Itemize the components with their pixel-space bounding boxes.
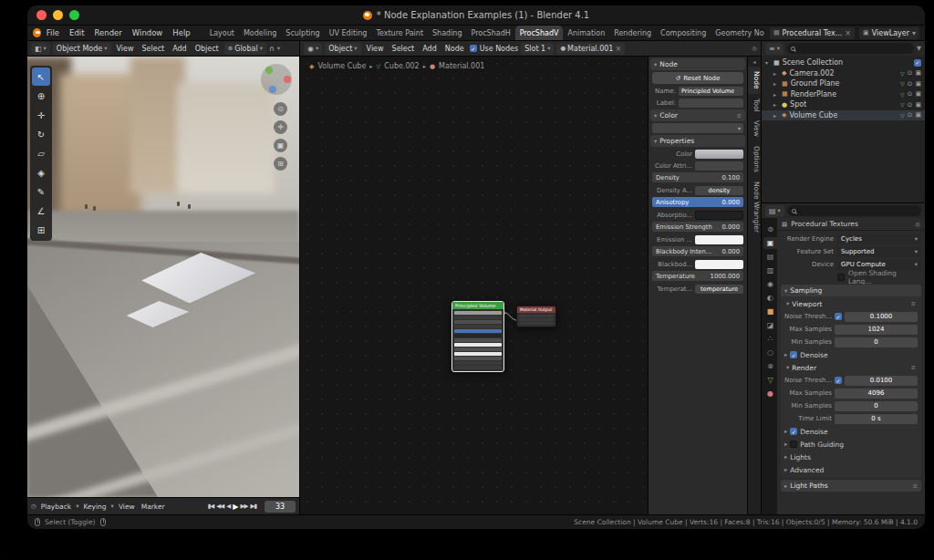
viewport-editor-type-dropdown[interactable]: ◧ ▾ <box>31 43 50 55</box>
node-canvas[interactable]: ◈ Volume Cube ▸ ▽ Cube.002 ▸ ● Material.… <box>300 57 648 514</box>
breadcrumb-material[interactable]: Material.001 <box>439 62 484 70</box>
anisotropy-slider[interactable]: Anisotropy 0.000 <box>652 197 743 207</box>
density-slider[interactable]: Density 0.100 <box>652 172 743 182</box>
density-attribute-field[interactable]: density <box>695 186 743 195</box>
axis-y-handle[interactable] <box>265 67 273 74</box>
color-panel-header[interactable]: ▾ Color ≡ <box>650 109 745 121</box>
shader-menu-node[interactable]: Node <box>442 45 467 53</box>
outliner-row-ground-plane[interactable]: ▸ ▦ Ground Plane ▽ ⊙ ▣ <box>762 78 925 89</box>
zoom-button[interactable]: ⊙ <box>274 102 287 116</box>
color-swatch[interactable] <box>695 150 743 159</box>
tool-scale[interactable]: ▱ <box>32 144 50 162</box>
disable-in-renders-icon[interactable]: ▣ <box>915 90 921 98</box>
expand-icon[interactable]: ▸ <box>773 91 779 98</box>
expand-icon[interactable]: ▸ <box>773 101 779 108</box>
slot-dropdown[interactable]: Slot 1 ▾ <box>521 43 554 55</box>
menu-icon[interactable]: ≡ <box>913 482 918 490</box>
light-paths-panel-header[interactable]: ▸ Light Paths ≡ <box>781 480 921 492</box>
pan-button[interactable]: ✛ <box>274 120 287 134</box>
advanced-row[interactable]: ▸ Advanced <box>784 464 918 475</box>
render-subpanel-header[interactable]: ▾ Render ≡ <box>784 362 918 373</box>
denoise-checkbox[interactable]: ✓ <box>790 428 797 435</box>
viewport-canvas[interactable]: ↖ ⊕ ✛ ↻ ▱ ◈ ✎ ∠ ⊞ <box>27 57 299 497</box>
osl-checkbox[interactable] <box>837 274 845 281</box>
render-engine-dropdown[interactable]: Cycles ▾ <box>837 234 921 244</box>
properties-tab-view-layer[interactable]: ▥ <box>763 264 777 276</box>
tool-add-cube[interactable]: ⊞ <box>32 221 50 239</box>
snap-magnet-icon[interactable]: ∩ <box>269 45 275 53</box>
viewport-subpanel-header[interactable]: ▾ Viewport ≡ <box>784 298 918 309</box>
node-material-output[interactable]: Material Output <box>516 306 556 327</box>
max-samples-field[interactable]: 1024 <box>835 325 918 335</box>
perspective-toggle-button[interactable]: ⊞ <box>274 157 287 171</box>
workspace-tab-uv-editing[interactable]: UV Editing <box>325 26 372 40</box>
path-guiding-row[interactable]: ▸ Path Guiding <box>784 439 918 450</box>
navigation-gizmo[interactable] <box>261 64 292 95</box>
node-panel-header[interactable]: ▾ Node <box>650 58 745 70</box>
menu-icon[interactable]: ≡ <box>911 364 916 371</box>
disable-in-renders-icon[interactable]: ▣ <box>915 80 921 88</box>
workspace-tab-modeling[interactable]: Modeling <box>239 26 281 40</box>
collection-exclude-checkbox[interactable]: ✓ <box>914 59 921 67</box>
sidebar-tab-node-wrangler[interactable]: Node Wrangler <box>748 177 761 237</box>
sidebar-tab-view[interactable]: View <box>748 116 761 141</box>
outliner-row-renderplane[interactable]: ▸ ▦ RenderPlane ▽ ⊙ ▣ <box>762 89 925 100</box>
properties-tab-object[interactable]: ■ <box>763 306 777 317</box>
sidebar-tab-tool[interactable]: Tool <box>748 94 761 117</box>
timeline-menu-marker[interactable]: Marker <box>140 503 167 511</box>
device-dropdown[interactable]: GPU Compute ▾ <box>837 260 921 270</box>
color-attribute-field[interactable] <box>695 161 743 171</box>
properties-tab-render[interactable]: ▣ <box>763 237 777 249</box>
expand-icon[interactable]: ▸ <box>773 80 779 87</box>
viewport-menu-object[interactable]: Object <box>192 45 222 53</box>
noise-threshold-checkbox[interactable]: ✓ <box>835 313 842 320</box>
workspace-tab-procshadh[interactable]: ProcShadH <box>467 26 515 40</box>
hide-in-viewport-icon[interactable]: ⊙ <box>908 111 913 119</box>
menu-edit[interactable]: Edit <box>65 27 88 38</box>
sidebar-tab-node[interactable]: Node <box>748 67 761 94</box>
use-nodes-checkbox[interactable]: ✓ <box>470 45 477 52</box>
blackbody-intensity-slider[interactable]: Blackbody Inten... 0.000 <box>652 246 743 256</box>
max-samples-field[interactable]: 4096 <box>835 389 918 399</box>
noise-threshold-field[interactable]: 0.0100 <box>845 376 918 386</box>
minimize-window-button[interactable] <box>53 10 63 20</box>
node-principled-volume[interactable]: Principled Volume <box>451 301 504 372</box>
disable-in-renders-icon[interactable]: ▣ <box>915 69 921 77</box>
axis-x-handle[interactable] <box>284 76 291 83</box>
properties-tab-output[interactable]: ▤ <box>763 251 777 263</box>
breadcrumb-object[interactable]: Volume Cube <box>317 62 366 70</box>
disable-in-renders-icon[interactable]: ▣ <box>915 111 921 119</box>
emission-strength-slider[interactable]: Emission Strength 0.000 <box>652 222 743 232</box>
filter-funnel-icon[interactable]: ▼ <box>917 45 921 52</box>
breadcrumb-data[interactable]: Cube.002 <box>384 62 419 70</box>
pin-icon[interactable]: ◎ <box>752 45 757 52</box>
outliner-search-input[interactable] <box>786 43 914 54</box>
sidebar-tab-options[interactable]: Options <box>748 141 761 177</box>
workspace-tab-animation[interactable]: Animation <box>563 26 609 40</box>
noise-threshold-checkbox[interactable]: ✓ <box>835 377 842 384</box>
current-frame-field[interactable]: 33 <box>265 501 296 513</box>
outliner-editor-type-dropdown[interactable]: ≡ ▾ <box>765 43 784 55</box>
min-samples-field[interactable]: 0 <box>835 337 918 347</box>
denoise-checkbox[interactable]: ✓ <box>790 351 797 358</box>
orientation-dropdown[interactable]: ⊕ Global ▾ <box>224 43 266 55</box>
viewport-menu-select[interactable]: Select <box>139 45 167 53</box>
tool-annotate[interactable]: ✎ <box>32 182 50 201</box>
shader-menu-view[interactable]: View <box>364 45 387 53</box>
disable-in-renders-icon[interactable]: ▣ <box>915 101 921 109</box>
jump-to-end-button[interactable]: ▶▮ <box>250 503 256 510</box>
hide-in-viewport-icon[interactable]: ⊙ <box>908 69 913 77</box>
expand-icon[interactable]: ▸ <box>773 70 779 77</box>
viewport-menu-view[interactable]: View <box>114 45 137 53</box>
tool-move[interactable]: ✛ <box>32 106 50 124</box>
feature-set-dropdown[interactable]: Supported ▾ <box>837 247 921 257</box>
outliner-row-spot[interactable]: ▸ ● Spot ▽ ⊙ ▣ <box>762 99 925 110</box>
menu-help[interactable]: Help <box>168 27 194 38</box>
properties-tab-physics[interactable]: ○ <box>763 347 777 358</box>
collapse-icon[interactable]: ▾ <box>765 59 771 66</box>
properties-tab-scene[interactable]: ◉ <box>763 278 777 290</box>
collapse-sidebar-icon[interactable]: ◂ <box>748 58 761 65</box>
blackbody-tint-swatch[interactable] <box>695 260 743 269</box>
workspace-tab-compositing[interactable]: Compositing <box>656 26 711 40</box>
properties-tab-particles[interactable]: ∴ <box>763 333 777 345</box>
